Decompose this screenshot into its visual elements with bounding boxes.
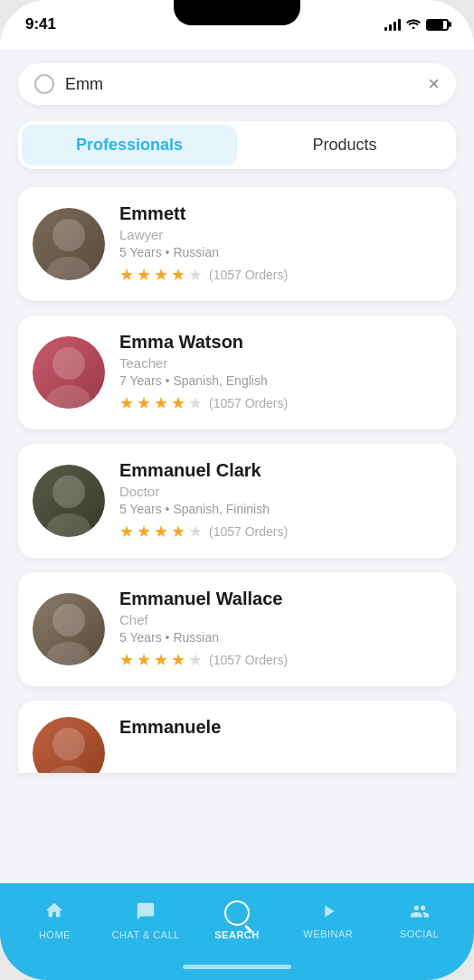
star-icon: ★ [154, 522, 168, 542]
nav-item-home[interactable]: HOME [9, 900, 100, 940]
star-icon: ★ [171, 265, 185, 285]
svg-point-6 [52, 604, 85, 636]
nav-item-social[interactable]: SOCIAL [374, 901, 465, 939]
rating-row: ★★★★★ (1057 Orders) [119, 393, 441, 413]
webinar-icon [318, 901, 338, 925]
avatar [33, 593, 105, 665]
professional-profession: Chef [119, 612, 441, 627]
search-input-value[interactable]: Emm [65, 75, 428, 94]
card-info: Emma Watson Teacher 7 Years • Spanish, E… [119, 332, 441, 413]
svg-point-4 [52, 476, 85, 508]
status-time: 9:41 [25, 15, 56, 33]
star-icon: ★ [137, 393, 151, 413]
professional-profession: Doctor [119, 484, 441, 499]
svg-point-1 [47, 257, 90, 280]
professional-card[interactable]: Emmett Lawyer 5 Years • Russian ★★★★★ (1… [18, 187, 456, 301]
professionals-list: Emmett Lawyer 5 Years • Russian ★★★★★ (1… [18, 187, 456, 686]
partial-card-info: Emmanuele [119, 717, 441, 740]
home-icon [44, 900, 64, 926]
avatar [33, 465, 105, 537]
avatar [33, 208, 105, 280]
svg-point-7 [47, 642, 90, 665]
home-indicator [0, 965, 474, 980]
professional-profession: Teacher [119, 355, 441, 371]
nav-item-chat[interactable]: CHAT & CALL [100, 901, 192, 940]
tab-professionals[interactable]: Professionals [22, 125, 237, 165]
svg-point-2 [52, 347, 85, 380]
signal-icon [384, 18, 401, 31]
chat-icon [136, 901, 156, 926]
star-icon: ★ [137, 522, 151, 542]
phone-frame: 9:41 Emm × [0, 0, 474, 980]
professional-card[interactable]: Emma Watson Teacher 7 Years • Spanish, E… [18, 316, 456, 429]
social-icon [410, 901, 430, 925]
star-icon: ★ [188, 522, 203, 542]
professional-card[interactable]: Emmanuel Wallace Chef 5 Years • Russian … [18, 572, 456, 686]
status-icons [384, 17, 449, 32]
star-icon: ★ [154, 393, 168, 413]
professional-details: 5 Years • Russian [119, 630, 441, 645]
star-icon: ★ [137, 265, 151, 285]
order-count: (1057 Orders) [209, 268, 288, 282]
search-label: SEARCH [214, 929, 259, 940]
partial-card[interactable]: Emmanuele [18, 701, 456, 773]
card-info: Emmett Lawyer 5 Years • Russian ★★★★★ (1… [119, 203, 441, 285]
rating-row: ★★★★★ (1057 Orders) [119, 650, 441, 670]
professional-profession: Lawyer [119, 227, 441, 242]
clear-button[interactable]: × [428, 74, 440, 94]
chat-label: CHAT & CALL [111, 929, 179, 940]
bottom-navigation: HOME CHAT & CALL SEARCH WEBINAR [0, 883, 474, 965]
star-icon: ★ [154, 265, 168, 285]
card-info: Emmanuel Clark Doctor 5 Years • Spanish,… [119, 460, 441, 542]
star-icon: ★ [188, 650, 203, 670]
order-count: (1057 Orders) [209, 524, 288, 539]
nav-item-search[interactable]: SEARCH [192, 900, 283, 940]
rating-row: ★★★★★ (1057 Orders) [119, 265, 441, 285]
home-label: HOME [39, 929, 71, 940]
order-count: (1057 Orders) [209, 396, 288, 410]
professional-name: Emmett [119, 203, 441, 224]
star-icon: ★ [188, 393, 203, 413]
svg-point-0 [52, 219, 85, 251]
star-icon: ★ [188, 265, 203, 285]
svg-point-5 [47, 514, 90, 537]
star-icon: ★ [171, 650, 185, 670]
professional-name: Emmanuel Wallace [119, 589, 441, 609]
star-icon: ★ [137, 650, 151, 670]
avatar [33, 717, 105, 773]
star-icon: ★ [171, 522, 185, 542]
tab-products[interactable]: Products [237, 125, 452, 165]
professional-name: Emmanuel Clark [119, 460, 441, 481]
professional-card[interactable]: Emmanuel Clark Doctor 5 Years • Spanish,… [18, 444, 456, 558]
status-bar: 9:41 [0, 0, 474, 49]
svg-point-8 [52, 728, 85, 760]
svg-point-3 [47, 385, 90, 409]
star-icon: ★ [119, 522, 134, 542]
search-icon [34, 74, 54, 94]
star-icon: ★ [154, 650, 168, 670]
avatar [33, 336, 105, 409]
nav-item-webinar[interactable]: WEBINAR [282, 901, 374, 939]
professional-name: Emma Watson [119, 332, 441, 353]
home-bar [183, 965, 291, 969]
card-info: Emmanuel Wallace Chef 5 Years • Russian … [119, 589, 441, 670]
wifi-icon [406, 17, 421, 32]
svg-point-9 [47, 766, 90, 773]
webinar-label: WEBINAR [303, 928, 353, 939]
search-bar[interactable]: Emm × [18, 63, 456, 105]
partial-card-name: Emmanuele [119, 717, 441, 738]
professional-details: 5 Years • Spanish, Fininish [119, 502, 441, 516]
star-icon: ★ [119, 265, 134, 285]
search-nav-icon [224, 900, 250, 926]
star-icon: ★ [171, 393, 185, 413]
star-icon: ★ [119, 650, 134, 670]
social-label: SOCIAL [400, 928, 439, 939]
star-icon: ★ [119, 393, 134, 413]
main-content: Emm × Professionals Products Emmett Lawy… [0, 49, 474, 883]
tabs-container: Professionals Products [18, 121, 456, 169]
professional-details: 5 Years • Russian [119, 245, 441, 259]
battery-icon [426, 19, 449, 31]
order-count: (1057 Orders) [209, 653, 288, 667]
professional-details: 7 Years • Spanish, English [119, 373, 441, 388]
rating-row: ★★★★★ (1057 Orders) [119, 522, 441, 542]
